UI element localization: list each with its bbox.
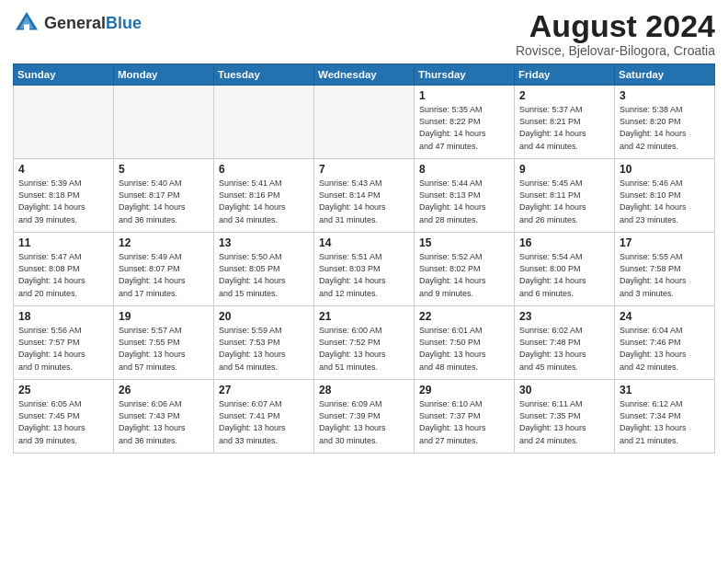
day-info: Sunrise: 5:39 AM Sunset: 8:18 PM Dayligh… — [18, 178, 108, 225]
day-number: 6 — [219, 163, 309, 176]
calendar-cell-w1-d2: 6Sunrise: 5:41 AM Sunset: 8:16 PM Daylig… — [214, 159, 314, 233]
calendar-cell-w2-d5: 16Sunrise: 5:54 AM Sunset: 8:00 PM Dayli… — [515, 233, 615, 306]
calendar-header: Sunday Monday Tuesday Wednesday Thursday… — [14, 64, 715, 86]
calendar-cell-w4-d3: 28Sunrise: 6:09 AM Sunset: 7:39 PM Dayli… — [314, 380, 415, 454]
day-info: Sunrise: 5:54 AM Sunset: 8:00 PM Dayligh… — [519, 251, 609, 299]
day-number: 11 — [18, 236, 108, 249]
calendar-cell-w0-d3 — [314, 86, 415, 159]
calendar-cell-w0-d1 — [114, 86, 214, 159]
day-number: 27 — [219, 384, 309, 396]
day-number: 14 — [319, 236, 409, 249]
day-number: 10 — [620, 163, 710, 176]
calendar-cell-w3-d4: 22Sunrise: 6:01 AM Sunset: 7:50 PM Dayli… — [415, 306, 515, 380]
calendar-body: 1Sunrise: 5:35 AM Sunset: 8:22 PM Daylig… — [14, 86, 715, 454]
calendar-cell-w3-d1: 19Sunrise: 5:57 AM Sunset: 7:55 PM Dayli… — [114, 306, 214, 380]
day-info: Sunrise: 6:04 AM Sunset: 7:46 PM Dayligh… — [620, 325, 710, 373]
week-row-3: 18Sunrise: 5:56 AM Sunset: 7:57 PM Dayli… — [14, 306, 715, 380]
calendar-cell-w1-d3: 7Sunrise: 5:43 AM Sunset: 8:14 PM Daylig… — [314, 159, 415, 233]
day-info: Sunrise: 6:07 AM Sunset: 7:41 PM Dayligh… — [219, 398, 309, 446]
week-row-2: 11Sunrise: 5:47 AM Sunset: 8:08 PM Dayli… — [14, 233, 715, 306]
logo-general: General — [44, 14, 106, 32]
day-info: Sunrise: 5:35 AM Sunset: 8:22 PM Dayligh… — [419, 104, 509, 152]
header-row: Sunday Monday Tuesday Wednesday Thursday… — [14, 64, 715, 86]
header-thursday: Thursday — [415, 64, 515, 86]
calendar-cell-w2-d1: 12Sunrise: 5:49 AM Sunset: 8:07 PM Dayli… — [114, 233, 214, 306]
day-number: 19 — [119, 310, 209, 323]
header-monday: Monday — [114, 64, 214, 86]
svg-rect-2 — [24, 25, 29, 32]
day-number: 16 — [519, 236, 609, 249]
day-number: 9 — [519, 163, 609, 176]
day-info: Sunrise: 6:05 AM Sunset: 7:45 PM Dayligh… — [18, 398, 108, 446]
calendar-cell-w1-d4: 8Sunrise: 5:44 AM Sunset: 8:13 PM Daylig… — [415, 159, 515, 233]
day-number: 13 — [219, 236, 309, 249]
calendar-cell-w2-d0: 11Sunrise: 5:47 AM Sunset: 8:08 PM Dayli… — [14, 233, 114, 306]
day-number: 7 — [319, 163, 409, 176]
day-info: Sunrise: 5:46 AM Sunset: 8:10 PM Dayligh… — [620, 178, 710, 225]
day-number: 5 — [119, 163, 209, 176]
day-info: Sunrise: 5:57 AM Sunset: 7:55 PM Dayligh… — [119, 325, 209, 373]
day-number: 22 — [419, 310, 509, 323]
day-number: 12 — [119, 236, 209, 249]
calendar-cell-w2-d6: 17Sunrise: 5:55 AM Sunset: 7:58 PM Dayli… — [615, 233, 715, 306]
day-number: 26 — [119, 384, 209, 396]
calendar-cell-w0-d0 — [14, 86, 114, 159]
day-info: Sunrise: 6:06 AM Sunset: 7:43 PM Dayligh… — [119, 398, 209, 446]
calendar-cell-w0-d5: 2Sunrise: 5:37 AM Sunset: 8:21 PM Daylig… — [515, 86, 615, 159]
header: GeneralBlue August 2024 Rovisce, Bjelova… — [13, 9, 715, 58]
day-number: 21 — [319, 310, 409, 323]
calendar-cell-w1-d5: 9Sunrise: 5:45 AM Sunset: 8:11 PM Daylig… — [515, 159, 615, 233]
day-number: 2 — [519, 89, 609, 102]
day-number: 30 — [519, 384, 609, 396]
day-info: Sunrise: 5:56 AM Sunset: 7:57 PM Dayligh… — [18, 325, 108, 373]
day-number: 1 — [419, 89, 509, 102]
calendar-cell-w3-d2: 20Sunrise: 5:59 AM Sunset: 7:53 PM Dayli… — [214, 306, 314, 380]
week-row-4: 25Sunrise: 6:05 AM Sunset: 7:45 PM Dayli… — [14, 380, 715, 454]
day-info: Sunrise: 5:37 AM Sunset: 8:21 PM Dayligh… — [519, 104, 609, 152]
day-number: 8 — [419, 163, 509, 176]
day-number: 25 — [18, 384, 108, 396]
day-number: 23 — [519, 310, 609, 323]
logo: GeneralBlue — [13, 9, 142, 37]
calendar-cell-w4-d6: 31Sunrise: 6:12 AM Sunset: 7:34 PM Dayli… — [615, 380, 715, 454]
day-info: Sunrise: 5:51 AM Sunset: 8:03 PM Dayligh… — [319, 251, 409, 299]
header-tuesday: Tuesday — [214, 64, 314, 86]
calendar-cell-w2-d2: 13Sunrise: 5:50 AM Sunset: 8:05 PM Dayli… — [214, 233, 314, 306]
day-info: Sunrise: 5:40 AM Sunset: 8:17 PM Dayligh… — [119, 178, 209, 225]
calendar-cell-w1-d0: 4Sunrise: 5:39 AM Sunset: 8:18 PM Daylig… — [14, 159, 114, 233]
day-info: Sunrise: 6:11 AM Sunset: 7:35 PM Dayligh… — [519, 398, 609, 446]
calendar-cell-w3-d3: 21Sunrise: 6:00 AM Sunset: 7:52 PM Dayli… — [314, 306, 415, 380]
day-info: Sunrise: 6:00 AM Sunset: 7:52 PM Dayligh… — [319, 325, 409, 373]
day-info: Sunrise: 5:38 AM Sunset: 8:20 PM Dayligh… — [620, 104, 710, 152]
day-info: Sunrise: 5:59 AM Sunset: 7:53 PM Dayligh… — [219, 325, 309, 373]
page: GeneralBlue August 2024 Rovisce, Bjelova… — [0, 0, 728, 463]
calendar-cell-w3-d0: 18Sunrise: 5:56 AM Sunset: 7:57 PM Dayli… — [14, 306, 114, 380]
location: Rovisce, Bjelovar-Bilogora, Croatia — [516, 43, 715, 58]
calendar-cell-w3-d6: 24Sunrise: 6:04 AM Sunset: 7:46 PM Dayli… — [615, 306, 715, 380]
day-number: 31 — [620, 384, 710, 396]
header-wednesday: Wednesday — [314, 64, 415, 86]
day-number: 15 — [419, 236, 509, 249]
calendar-cell-w2-d4: 15Sunrise: 5:52 AM Sunset: 8:02 PM Dayli… — [415, 233, 515, 306]
day-info: Sunrise: 6:10 AM Sunset: 7:37 PM Dayligh… — [419, 398, 509, 446]
calendar-cell-w2-d3: 14Sunrise: 5:51 AM Sunset: 8:03 PM Dayli… — [314, 233, 415, 306]
day-number: 18 — [18, 310, 108, 323]
calendar-cell-w0-d2 — [214, 86, 314, 159]
day-info: Sunrise: 6:12 AM Sunset: 7:34 PM Dayligh… — [620, 398, 710, 446]
calendar-cell-w0-d6: 3Sunrise: 5:38 AM Sunset: 8:20 PM Daylig… — [615, 86, 715, 159]
calendar-cell-w4-d1: 26Sunrise: 6:06 AM Sunset: 7:43 PM Dayli… — [114, 380, 214, 454]
day-number: 20 — [219, 310, 309, 323]
logo-blue: Blue — [106, 14, 142, 32]
calendar-cell-w1-d1: 5Sunrise: 5:40 AM Sunset: 8:17 PM Daylig… — [114, 159, 214, 233]
calendar-cell-w3-d5: 23Sunrise: 6:02 AM Sunset: 7:48 PM Dayli… — [515, 306, 615, 380]
calendar-cell-w4-d0: 25Sunrise: 6:05 AM Sunset: 7:45 PM Dayli… — [14, 380, 114, 454]
day-info: Sunrise: 5:49 AM Sunset: 8:07 PM Dayligh… — [119, 251, 209, 299]
day-number: 4 — [18, 163, 108, 176]
day-info: Sunrise: 6:01 AM Sunset: 7:50 PM Dayligh… — [419, 325, 509, 373]
day-info: Sunrise: 5:55 AM Sunset: 7:58 PM Dayligh… — [620, 251, 710, 299]
day-info: Sunrise: 6:02 AM Sunset: 7:48 PM Dayligh… — [519, 325, 609, 373]
day-number: 28 — [319, 384, 409, 396]
day-number: 29 — [419, 384, 509, 396]
calendar-cell-w0-d4: 1Sunrise: 5:35 AM Sunset: 8:22 PM Daylig… — [415, 86, 515, 159]
logo-icon — [13, 9, 40, 37]
